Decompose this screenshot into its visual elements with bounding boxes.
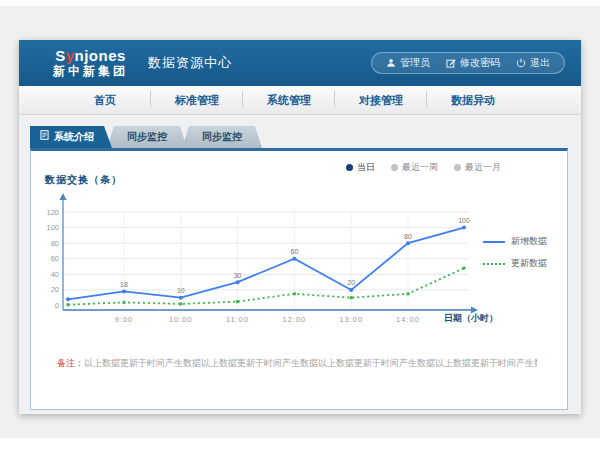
radio-option-1[interactable]: 最近一周 xyxy=(391,161,438,174)
tab-0[interactable]: 系统介绍 xyxy=(30,126,112,148)
svg-text:10:00: 10:00 xyxy=(169,315,193,324)
content-area: 系统介绍同步监控同步监控 当日最近一周最近一月 数据交换（条） 02040608… xyxy=(19,115,581,414)
doc-icon xyxy=(40,126,49,148)
chart-panel: 当日最近一周最近一月 数据交换（条） 0204060801001209:0010… xyxy=(30,148,568,410)
line-chart: 0204060801001209:0010:0011:0012:0013:001… xyxy=(41,191,511,327)
edit-icon xyxy=(446,58,456,68)
logo-accent: y xyxy=(66,47,75,64)
nav-item-4[interactable]: 数据异动 xyxy=(427,93,519,108)
svg-text:18: 18 xyxy=(120,281,128,288)
tab-2[interactable]: 同步监控 xyxy=(182,126,262,148)
svg-text:60: 60 xyxy=(291,248,299,255)
svg-text:0: 0 xyxy=(55,301,59,310)
svg-text:120: 120 xyxy=(46,208,59,217)
chart-legend: 新增数据更新数据 xyxy=(483,235,547,270)
svg-text:13:00: 13:00 xyxy=(339,315,363,324)
app-header: Synjones 新中新集团 数据资源中心 管理员修改密码退出 xyxy=(19,40,581,86)
brand-logo-text: Synjones xyxy=(53,48,128,65)
nav-item-2[interactable]: 系统管理 xyxy=(243,93,335,108)
svg-text:12:00: 12:00 xyxy=(283,315,307,324)
svg-text:14:00: 14:00 xyxy=(396,315,420,324)
main-nav: 首页标准管理系统管理对接管理数据异动 xyxy=(19,86,581,115)
user-icon xyxy=(386,58,396,68)
svg-text:10: 10 xyxy=(177,287,185,294)
svg-text:80: 80 xyxy=(51,239,59,248)
page-title: 数据资源中心 xyxy=(148,54,232,72)
legend-item-1: 更新数据 xyxy=(483,257,547,270)
radio-option-2[interactable]: 最近一月 xyxy=(454,161,501,174)
radio-dot xyxy=(391,164,398,171)
legend-item-0: 新增数据 xyxy=(483,235,547,248)
range-filter: 当日最近一周最近一月 xyxy=(346,161,501,174)
svg-text:11:00: 11:00 xyxy=(226,315,249,324)
power-icon xyxy=(516,58,526,68)
radio-dot xyxy=(346,164,353,171)
nav-item-1[interactable]: 标准管理 xyxy=(151,93,243,108)
tab-1[interactable]: 同步监控 xyxy=(107,126,187,148)
svg-text:20: 20 xyxy=(347,279,355,286)
svg-text:40: 40 xyxy=(51,270,59,279)
user-bar-item-1[interactable]: 修改密码 xyxy=(446,56,500,70)
app-window: Synjones 新中新集团 数据资源中心 管理员修改密码退出 首页标准管理系统… xyxy=(19,40,581,414)
user-bar-item-2[interactable]: 退出 xyxy=(516,56,550,70)
footnote: 备注：以上数据更新于时间产生数据以上数据更新于时间产生数据以上数据更新于时间产生… xyxy=(57,357,537,370)
nav-item-0[interactable]: 首页 xyxy=(59,93,151,108)
svg-text:80: 80 xyxy=(404,233,412,240)
svg-text:100: 100 xyxy=(458,217,470,224)
svg-text:100: 100 xyxy=(46,223,59,232)
svg-text:9:00: 9:00 xyxy=(115,315,134,324)
y-axis-title: 数据交换（条） xyxy=(45,173,122,187)
brand-logo: Synjones 新中新集团 xyxy=(53,48,128,78)
svg-text:20: 20 xyxy=(51,285,59,294)
svg-text:60: 60 xyxy=(51,254,59,263)
brand-subtitle: 新中新集团 xyxy=(53,65,128,78)
svg-text:日期（小时）: 日期（小时） xyxy=(444,313,498,323)
svg-text:30: 30 xyxy=(234,272,242,279)
radio-dot xyxy=(454,164,461,171)
user-bar: 管理员修改密码退出 xyxy=(371,52,565,74)
tab-bar: 系统介绍同步监控同步监控 xyxy=(30,126,262,148)
footnote-text: 以上数据更新于时间产生数据以上数据更新于时间产生数据以上数据更新于时间产生数据以… xyxy=(84,358,537,368)
footnote-label: 备注： xyxy=(57,358,84,368)
radio-option-0[interactable]: 当日 xyxy=(346,161,375,174)
nav-item-3[interactable]: 对接管理 xyxy=(335,93,427,108)
user-bar-item-0[interactable]: 管理员 xyxy=(386,56,430,70)
